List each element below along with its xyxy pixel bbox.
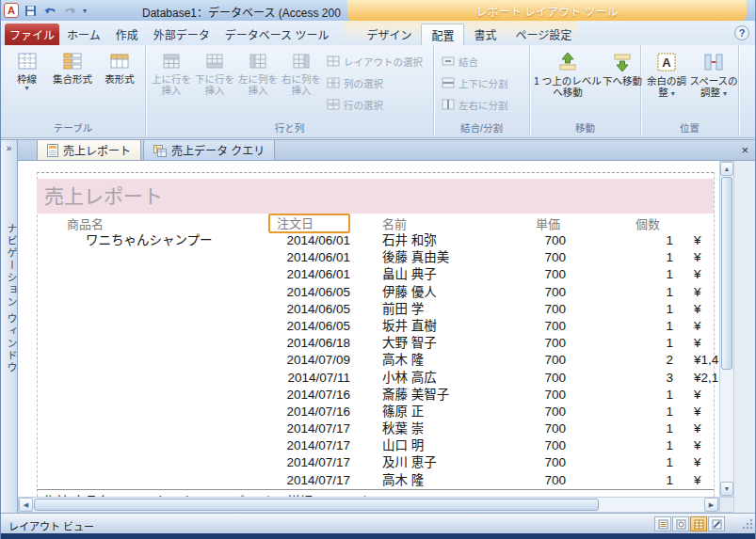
cell-unit-price[interactable]: 700	[508, 249, 566, 266]
design-view-button[interactable]	[708, 516, 725, 531]
cell-order-date[interactable]: 2014/07/17	[263, 454, 350, 471]
cell-quantity[interactable]: 1	[620, 404, 673, 420]
report-view-button[interactable]	[654, 516, 671, 531]
cell-total[interactable]: ¥	[694, 437, 701, 454]
vertical-scroll-thumb[interactable]	[721, 177, 732, 370]
scroll-right-button[interactable]: ▶	[704, 498, 718, 512]
cell-total[interactable]: ¥	[694, 387, 701, 404]
cell-quantity[interactable]: 1	[620, 420, 673, 437]
navigation-pane-collapsed[interactable]: » ナビゲーション ウィンドウ	[1, 139, 18, 513]
cell-order-date[interactable]: 2014/07/09	[263, 352, 350, 369]
cell-order-date[interactable]: 2014/07/16	[263, 387, 350, 404]
resize-grip[interactable]	[741, 517, 753, 531]
cell-order-date[interactable]: 2014/07/11	[263, 370, 350, 387]
cell-total[interactable]: ¥	[694, 284, 701, 301]
cell-total[interactable]: ¥	[694, 232, 701, 249]
cell-quantity[interactable]: 1	[620, 454, 673, 471]
tab-external-data[interactable]: 外部データ	[146, 24, 217, 45]
tab-format[interactable]: 書式	[464, 24, 506, 45]
cell-name[interactable]: 及川 恵子	[382, 454, 437, 471]
move-down-button[interactable]: 下へ移動	[602, 48, 643, 121]
cell-unit-price[interactable]: 700	[508, 352, 566, 369]
cell-unit-price[interactable]: 700	[508, 318, 566, 335]
doc-tab-sales-report[interactable]: 売上レポート	[37, 139, 141, 160]
tab-create[interactable]: 作成	[108, 24, 146, 45]
cell-quantity[interactable]: 1	[620, 472, 673, 489]
scroll-up-button[interactable]: ▲	[720, 162, 733, 176]
gridlines-button[interactable]: 枠線▾	[5, 48, 49, 121]
insert-row-above-button[interactable]: 上に行を挿入	[150, 48, 193, 121]
cell-quantity[interactable]: 2	[620, 352, 673, 369]
cell-order-date[interactable]: 2014/06/05	[263, 301, 350, 318]
cell-name[interactable]: 篠原 正	[382, 404, 424, 420]
cell-unit-price[interactable]: 700	[508, 232, 566, 249]
cell-total[interactable]: ¥	[694, 472, 701, 489]
insert-row-below-button[interactable]: 下に行を挿入	[193, 48, 236, 121]
layout-view-button[interactable]	[690, 516, 707, 531]
cell-unit-price[interactable]: 700	[508, 454, 566, 471]
cell-unit-price[interactable]: 700	[508, 284, 566, 301]
cell-order-date[interactable]: 2014/07/17	[263, 472, 350, 489]
cell-total[interactable]: ¥	[694, 335, 701, 352]
tab-arrange[interactable]: 配置	[421, 24, 464, 45]
insert-column-left-button[interactable]: 左に列を挿入	[236, 48, 280, 121]
adjust-margins-button[interactable]: A 余白の調整 ▾	[645, 48, 688, 121]
tab-design[interactable]: デザイン	[357, 24, 421, 45]
cell-total[interactable]: ¥	[694, 420, 701, 437]
vertical-scrollbar[interactable]: ▲ ▼	[719, 161, 734, 497]
save-button[interactable]	[23, 3, 39, 19]
cell-quantity[interactable]: 1	[620, 284, 673, 301]
cell-order-date[interactable]: 2014/06/18	[263, 335, 350, 352]
qat-customize-dropdown[interactable]: ▾	[83, 7, 87, 15]
cell-name[interactable]: 高木 隆	[382, 352, 424, 369]
scroll-left-button[interactable]: ◀	[19, 498, 33, 512]
cell-name[interactable]: 秋葉 崇	[382, 420, 424, 437]
header-order-date-selected[interactable]: 注文日	[268, 214, 350, 233]
cell-total[interactable]: ¥1,4	[694, 352, 718, 369]
header-product[interactable]: 商品名	[67, 216, 104, 232]
close-document-button[interactable]: ×	[741, 143, 748, 158]
cell-unit-price[interactable]: 700	[508, 335, 566, 352]
cell-name[interactable]: 後藤 真由美	[382, 249, 449, 266]
cell-unit-price[interactable]: 700	[508, 472, 566, 489]
cell-total[interactable]: ¥2,1	[694, 370, 718, 387]
report-title[interactable]: 売上レポート	[37, 179, 714, 214]
cell-quantity[interactable]: 1	[620, 249, 673, 266]
access-app-icon[interactable]: A	[4, 3, 19, 18]
insert-column-right-button[interactable]: 右に列を挿入	[280, 48, 323, 121]
cell-name[interactable]: 石井 和弥	[382, 232, 437, 249]
cell-order-date[interactable]: 2014/07/16	[263, 404, 350, 420]
print-preview-button[interactable]	[672, 516, 689, 531]
cell-total[interactable]: ¥	[694, 249, 701, 266]
cell-name[interactable]: 坂井 直樹	[382, 318, 437, 335]
split-horizontal-button[interactable]: 左右に分割	[438, 95, 512, 114]
cell-name[interactable]: 伊藤 優人	[382, 284, 437, 301]
header-quantity[interactable]: 個数	[602, 216, 660, 232]
cell-quantity[interactable]: 3	[620, 370, 673, 387]
split-vertical-button[interactable]: 上下に分割	[438, 73, 512, 92]
tab-file[interactable]: ファイル	[5, 24, 59, 45]
cell-order-date[interactable]: 2014/06/05	[263, 318, 350, 335]
header-unit-price[interactable]: 単価	[502, 216, 560, 232]
cell-order-date[interactable]: 2014/07/17	[263, 437, 350, 454]
cell-unit-price[interactable]: 700	[508, 387, 566, 404]
cell-quantity[interactable]: 1	[620, 301, 673, 318]
cell-total[interactable]: ¥	[694, 454, 701, 471]
cell-unit-price[interactable]: 700	[508, 437, 566, 454]
cell-order-date[interactable]: 2014/06/01	[263, 266, 350, 283]
horizontal-scroll-thumb[interactable]	[34, 499, 599, 511]
merge-button[interactable]: 結合	[438, 52, 512, 71]
select-row-button[interactable]: 行の選択	[323, 95, 426, 114]
redo-button[interactable]	[62, 3, 78, 19]
cell-unit-price[interactable]: 700	[508, 370, 566, 387]
report-title-band[interactable]: 売上レポート	[37, 179, 714, 214]
cell-name[interactable]: 大野 智子	[382, 335, 437, 352]
cell-order-date[interactable]: 2014/07/17	[263, 420, 350, 437]
cell-name[interactable]: 畠山 典子	[382, 266, 437, 283]
select-column-button[interactable]: 列の選択	[323, 73, 426, 92]
cell-name[interactable]: 斎藤 美智子	[382, 387, 449, 404]
nav-pane-expand-button[interactable]: »	[1, 140, 17, 157]
undo-button[interactable]	[42, 3, 58, 19]
cell-unit-price[interactable]: 700	[508, 266, 566, 283]
cell-name[interactable]: 前田 学	[382, 301, 424, 318]
